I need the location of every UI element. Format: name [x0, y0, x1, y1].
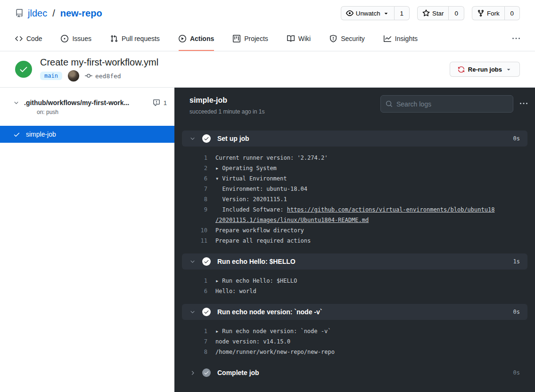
log-line-number[interactable]: 1: [182, 326, 207, 336]
log-line-number: [182, 215, 207, 225]
log-text: Hello: world: [215, 288, 256, 294]
tab-label: Projects: [244, 35, 268, 42]
log-text: Prepare workflow directory: [215, 227, 304, 234]
log-line-number[interactable]: 1: [182, 153, 207, 163]
log-options-kebab-icon[interactable]: [520, 100, 527, 107]
log-line-number[interactable]: 6: [182, 173, 207, 184]
log-section-header[interactable]: Run echo Hello: $HELLO1s: [182, 253, 527, 270]
log-line: 2▸Operating System: [182, 163, 527, 173]
log-panel: simple-job succeeded 1 minute ago in 1s …: [174, 88, 535, 392]
annotations: 1: [153, 99, 167, 106]
search-logs-input[interactable]: [396, 100, 508, 108]
log-line-number[interactable]: 8: [182, 347, 207, 357]
log-section-run-echo-hello-hello: Run echo Hello: $HELLO1s1▸Run echo Hello…: [182, 253, 527, 304]
log-section-lines: 1Current runner version: '2.274.2'2▸Oper…: [182, 147, 527, 253]
check-icon: [204, 370, 209, 376]
repo-action-buttons: Unwatch1Star0Fork0: [341, 6, 520, 20]
fork-button[interactable]: Fork: [472, 6, 505, 20]
tab-actions[interactable]: Actions: [179, 26, 214, 51]
log-line-number[interactable]: 8: [182, 194, 207, 204]
log-group-toggle-icon[interactable]: ▾: [215, 175, 219, 182]
branch-badge[interactable]: main: [40, 72, 62, 80]
log-line: 1Current runner version: '2.274.2': [182, 153, 527, 163]
chevron-down-icon: [13, 100, 19, 106]
log-link[interactable]: /20201115.1/images/linux/Ubuntu1804-READ…: [215, 217, 369, 223]
log-line: 11Prepare all required actions: [182, 236, 527, 246]
sidebar-job-label: simple-job: [26, 131, 56, 138]
log-text: Version: 20201115.1: [215, 196, 287, 203]
tab-insights[interactable]: Insights: [384, 26, 418, 51]
annotation-count: 1: [164, 99, 167, 106]
log-line-number[interactable]: 11: [182, 236, 207, 246]
rerun-jobs-button[interactable]: Re-run jobs: [450, 62, 520, 77]
log-group-toggle-icon[interactable]: ▸: [215, 328, 219, 335]
star-button[interactable]: Star: [417, 6, 449, 20]
log-section-header[interactable]: Run echo node version: `node -v`0s: [182, 304, 527, 320]
git-commit-icon: [85, 72, 92, 80]
breadcrumb-separator: /: [52, 8, 55, 19]
sidebar-job-simple-job[interactable]: simple-job: [0, 126, 174, 143]
log-line: 8 Version: 20201115.1: [182, 194, 527, 204]
log-section-lines: 1▸Run echo Hello: $HELLO6Hello: world: [182, 270, 527, 304]
log-section-title: Complete job: [217, 369, 259, 376]
chevron-down-icon[interactable]: [13, 100, 19, 106]
fork-count[interactable]: 0: [505, 6, 520, 20]
workflow-file-item[interactable]: .github/workflows/my-first-work... 1 on:…: [0, 99, 174, 115]
star-label: Star: [432, 10, 444, 17]
log-line-number[interactable]: 2: [182, 163, 207, 173]
tab-projects[interactable]: Projects: [233, 26, 268, 51]
check-icon: [204, 309, 209, 315]
step-success-icon: [202, 368, 211, 377]
step-success-icon: [202, 134, 211, 143]
sync-icon: [458, 66, 465, 73]
tab-code[interactable]: Code: [15, 26, 42, 51]
chevron-right-icon: [189, 370, 196, 376]
log-line-number[interactable]: 6: [182, 286, 207, 296]
star-icon: [422, 9, 430, 17]
tab-issues[interactable]: Issues: [61, 26, 91, 51]
nav-overflow-kebab-icon[interactable]: [512, 35, 520, 42]
check-icon: [19, 65, 28, 74]
log-text: Run echo Hello: $HELLO: [222, 278, 297, 284]
tab-security[interactable]: Security: [329, 26, 365, 51]
log-sections: Set up job0s1Current runner version: '2.…: [182, 131, 527, 381]
log-line: 10Prepare workflow directory: [182, 225, 527, 236]
log-section-duration: 0s: [513, 309, 520, 315]
run-header: Create my-first-workflow.yml main eed8fe…: [0, 51, 535, 88]
repo-header: jldec / new-repo Unwatch1Star0Fork0: [0, 0, 535, 26]
check-icon: [13, 131, 20, 138]
avatar[interactable]: [68, 70, 79, 82]
commit: eed8fed: [85, 72, 121, 80]
log-group-toggle-icon[interactable]: ▸: [215, 278, 219, 284]
log-line: 7 Environment: ubuntu-18.04: [182, 184, 527, 194]
log-line: 6Hello: world: [182, 286, 527, 296]
tab-pull-requests[interactable]: Pull requests: [110, 26, 160, 51]
unwatch-button[interactable]: Unwatch: [341, 6, 395, 20]
log-line-number[interactable]: 9: [182, 204, 207, 215]
tab-wiki[interactable]: Wiki: [287, 26, 311, 51]
log-group-toggle-icon[interactable]: ▸: [215, 165, 219, 172]
git-commit-icon: [85, 72, 92, 80]
log-line-number[interactable]: 10: [182, 225, 207, 236]
log-line-number[interactable]: 1: [182, 276, 207, 286]
triangle-down-icon: [505, 66, 512, 73]
repo-forked-icon: [477, 9, 485, 17]
star-count[interactable]: 0: [449, 6, 464, 20]
search-icon: [386, 100, 393, 107]
breadcrumb: jldec / new-repo: [15, 8, 102, 19]
chevron-down-icon: [189, 136, 196, 142]
log-section-header[interactable]: Complete job0s: [182, 365, 527, 381]
repo-owner-link[interactable]: jldec: [28, 8, 47, 19]
log-link[interactable]: https://github.com/actions/virtual-envir…: [287, 206, 495, 213]
commit-sha-link[interactable]: eed8fed: [95, 73, 121, 80]
log-panel-header: simple-job succeeded 1 minute ago in 1s: [182, 95, 527, 115]
log-line-number[interactable]: 7: [182, 336, 207, 347]
log-section-header[interactable]: Set up job0s: [182, 131, 527, 147]
log-line-number[interactable]: 7: [182, 184, 207, 194]
repo-name-link[interactable]: new-repo: [60, 8, 102, 19]
annotation-icon: [153, 99, 160, 106]
check-icon: [13, 131, 20, 138]
chevron-down-icon: [189, 309, 196, 315]
unwatch-count[interactable]: 1: [395, 6, 410, 20]
search-icon: [386, 100, 393, 107]
